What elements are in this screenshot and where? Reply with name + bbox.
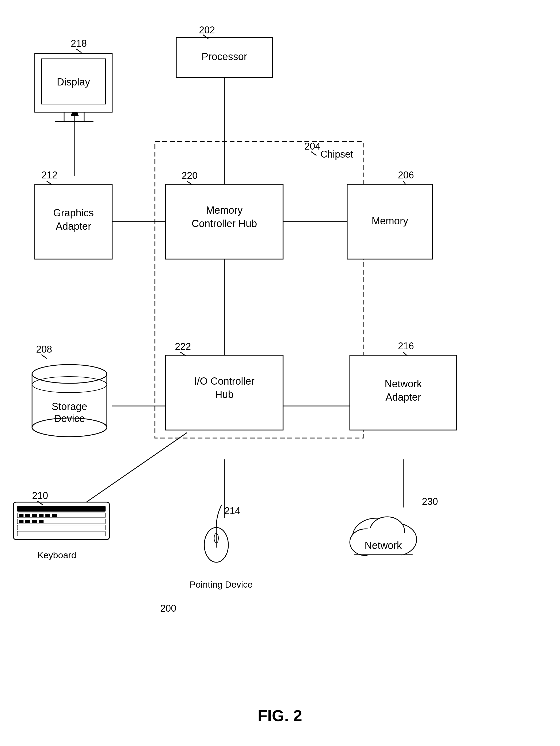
ioch-label-2: Hub [215, 389, 234, 400]
svg-line-33 [41, 355, 47, 358]
mch-label-2: Controller Hub [192, 218, 257, 229]
svg-rect-45 [52, 514, 57, 517]
network-adapter-label-1: Network [385, 378, 422, 390]
processor-ref: 202 [199, 25, 215, 35]
svg-line-20 [76, 49, 82, 53]
memory-label: Memory [372, 215, 408, 227]
figure-title: FIG. 2 [258, 707, 302, 725]
graphics-label-1: Graphics [53, 207, 94, 219]
keyboard [13, 502, 110, 540]
network-label: Network [364, 540, 402, 551]
memory-ref: 206 [398, 170, 414, 180]
svg-rect-44 [46, 514, 50, 517]
keyboard-ref: 210 [32, 490, 48, 501]
ioch-label-1: I/O Controller [194, 376, 255, 387]
display-ref: 218 [71, 38, 87, 49]
svg-rect-37 [17, 519, 106, 524]
svg-rect-47 [25, 520, 30, 523]
graphics-label-2: Adapter [56, 221, 91, 232]
pointing-device-label: Pointing Device [189, 579, 253, 590]
diagram-container: Processor 202 Memory Controller Hub 220 … [0, 0, 560, 746]
ioch-ref: 222 [175, 341, 191, 352]
chipset-ref: 204 [304, 141, 321, 152]
svg-point-30 [32, 365, 107, 383]
network-cloud: Network [350, 517, 417, 557]
mch-label-1: Memory [206, 205, 242, 216]
svg-line-54 [311, 152, 317, 155]
svg-rect-46 [19, 520, 24, 523]
storage-device: Storage Device [32, 365, 107, 437]
svg-line-9 [75, 433, 187, 510]
chipset-label: Chipset [321, 149, 353, 160]
svg-rect-38 [17, 525, 106, 530]
svg-rect-35 [17, 506, 106, 512]
storage-ref: 208 [36, 344, 52, 355]
network-adapter-label-2: Adapter [385, 392, 421, 403]
svg-rect-36 [17, 513, 106, 518]
storage-label-2: Device [54, 413, 85, 424]
storage-label-1: Storage [52, 401, 87, 412]
keyboard-label: Keyboard [37, 550, 77, 560]
svg-rect-41 [25, 514, 30, 517]
processor-label: Processor [201, 51, 247, 62]
svg-rect-43 [39, 514, 43, 517]
svg-rect-40 [19, 514, 24, 517]
network-adapter-ref: 216 [398, 341, 414, 351]
svg-rect-49 [39, 520, 43, 523]
svg-rect-42 [32, 514, 37, 517]
network-ref: 230 [422, 496, 438, 507]
system-ref: 200 [160, 603, 176, 614]
svg-rect-39 [17, 531, 106, 536]
pointing-ref: 214 [224, 505, 240, 516]
svg-rect-48 [32, 520, 37, 523]
graphics-ref: 212 [41, 170, 57, 180]
mch-ref: 220 [182, 170, 198, 181]
display-label: Display [57, 77, 90, 88]
